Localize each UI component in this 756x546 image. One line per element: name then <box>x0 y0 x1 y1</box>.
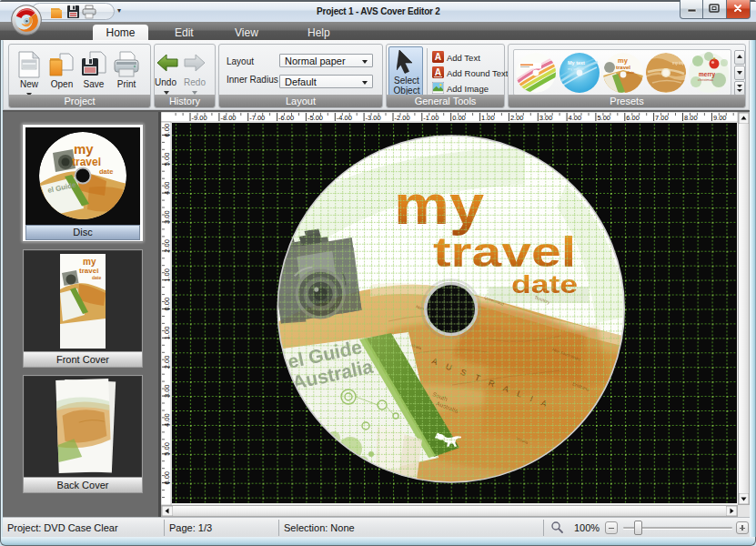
svg-text:date: date <box>627 70 635 75</box>
svg-text:my: my <box>74 141 94 157</box>
svg-text:6.00: 6.00 <box>163 124 171 137</box>
svg-text:5.00: 5.00 <box>163 153 171 167</box>
svg-text:1.00: 1.00 <box>481 114 495 122</box>
svg-text:1.00: 1.00 <box>163 327 171 340</box>
svg-text:6.00: 6.00 <box>626 114 640 122</box>
svg-text:A: A <box>435 52 442 62</box>
svg-text:9.00: 9.00 <box>713 114 727 122</box>
svg-text:date: date <box>99 167 113 176</box>
svg-text:date: date <box>92 275 102 280</box>
svg-text:my: my <box>618 56 629 65</box>
svg-text:2.00: 2.00 <box>510 114 524 122</box>
svg-text:My text: My text <box>568 60 585 66</box>
svg-text:4.00: 4.00 <box>569 114 582 122</box>
svg-text:6.00: 6.00 <box>163 471 171 485</box>
svg-text:4.00: 4.00 <box>163 413 171 427</box>
svg-text:3.00: 3.00 <box>163 210 171 224</box>
svg-text:travel: travel <box>79 267 98 275</box>
svg-text:8.00: 8.00 <box>684 114 698 122</box>
svg-text:my: my <box>83 257 96 267</box>
svg-text:5.00: 5.00 <box>597 114 610 122</box>
svg-text:5.00: 5.00 <box>163 442 171 456</box>
svg-text:christmas: christmas <box>698 77 713 82</box>
svg-text:3.00: 3.00 <box>163 384 171 398</box>
svg-text:0.00: 0.00 <box>163 298 171 311</box>
svg-text:my trip: my trip <box>672 61 685 66</box>
svg-text:4.00: 4.00 <box>163 181 171 195</box>
svg-text:travel: travel <box>72 156 101 168</box>
svg-text:1.00: 1.00 <box>163 268 171 282</box>
svg-text:7.00: 7.00 <box>655 114 669 122</box>
svg-text:A: A <box>435 67 442 77</box>
svg-text:3.00: 3.00 <box>539 114 553 122</box>
svg-text:my subtitle: my subtitle <box>568 67 584 71</box>
svg-text:2.00: 2.00 <box>163 239 171 253</box>
svg-text:0.00: 0.00 <box>452 114 466 122</box>
svg-text:2.00: 2.00 <box>163 356 171 369</box>
